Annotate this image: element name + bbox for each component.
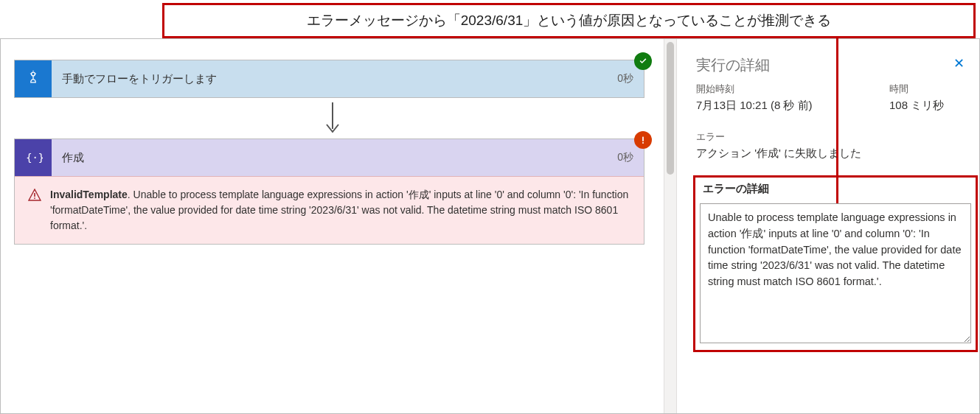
error-section-label: エラー [696, 130, 970, 144]
flow-arrow-icon [14, 98, 650, 138]
trigger-card[interactable]: 手動でフローをトリガーします 0秒 [14, 60, 644, 98]
annotation-text: エラーメッセージから「2023/6/31」という値が原因となっていることが推測で… [307, 13, 832, 28]
error-message-box: InvalidTemplate. Unable to process templ… [15, 176, 644, 244]
error-details-highlight: エラーの詳細 [693, 175, 978, 352]
run-details-panel: ✕ 実行の詳細 開始時刻 7月13日 10:21 (8 秒 前) 時間 108 … [677, 39, 979, 413]
compose-title: 作成 [52, 151, 600, 165]
compose-action-icon: {·} [15, 139, 52, 176]
error-message-text: . Unable to process template language ex… [50, 189, 628, 231]
manual-trigger-icon [15, 60, 52, 97]
success-badge-icon [634, 52, 652, 70]
duration-label: 時間 [889, 83, 970, 96]
close-icon[interactable]: ✕ [953, 55, 965, 71]
flow-canvas: 手動でフローをトリガーします 0秒 {·} 作成 0秒 [1, 39, 664, 413]
trigger-title: 手動でフローをトリガーします [52, 72, 600, 86]
error-details-label: エラーの詳細 [700, 182, 971, 196]
compose-card[interactable]: {·} 作成 0秒 InvalidTemplate. Unable to pro… [14, 138, 644, 245]
compose-duration: 0秒 [600, 151, 644, 164]
error-summary: アクション '作成' に失敗しました [696, 147, 970, 161]
svg-rect-3 [642, 142, 644, 144]
svg-rect-2 [642, 137, 644, 141]
duration-value: 108 ミリ秒 [889, 99, 970, 113]
svg-text:{·}: {·} [26, 152, 43, 164]
start-time-value: 7月13日 10:21 (8 秒 前) [696, 99, 867, 113]
error-details-textarea[interactable] [700, 203, 971, 343]
warning-triangle-icon [28, 189, 41, 234]
error-badge-icon [634, 131, 652, 149]
error-code: InvalidTemplate [50, 189, 128, 200]
panel-title: 実行の詳細 [696, 55, 970, 75]
svg-rect-5 [34, 193, 35, 197]
svg-rect-6 [34, 197, 35, 199]
trigger-duration: 0秒 [600, 72, 644, 85]
annotation-callout: エラーメッセージから「2023/6/31」という値が原因となっていることが推測で… [162, 3, 976, 38]
svg-point-0 [32, 72, 35, 76]
start-time-label: 開始時刻 [696, 83, 867, 96]
vertical-scrollbar[interactable] [664, 39, 677, 413]
